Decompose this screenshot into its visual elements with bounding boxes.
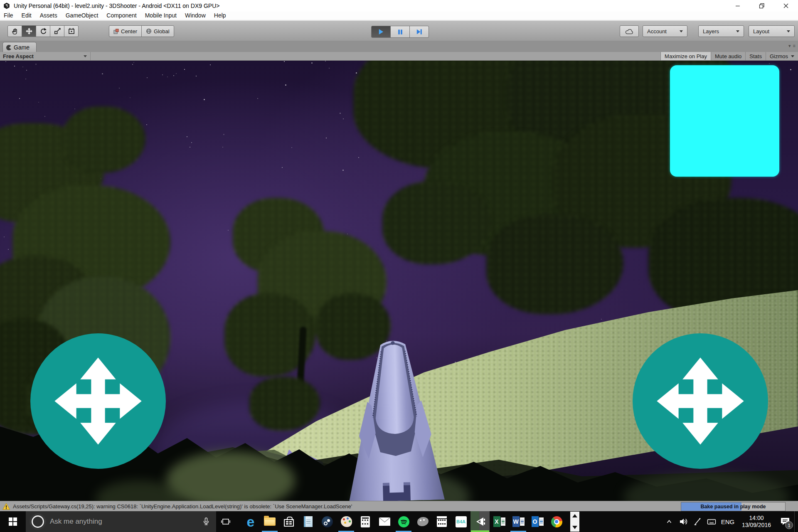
rotate-tool-button[interactable]	[36, 25, 50, 37]
pivot-center-button[interactable]: Center	[109, 25, 142, 37]
menu-help[interactable]: Help	[210, 11, 230, 20]
scale-tool-button[interactable]	[50, 25, 64, 37]
rect-tool-button[interactable]	[64, 25, 79, 37]
calendar-icon	[437, 516, 447, 527]
search-input[interactable]	[49, 517, 201, 526]
tab-game[interactable]: Game	[2, 42, 37, 52]
cloud-services-button[interactable]	[620, 25, 639, 37]
task-view-button[interactable]	[216, 511, 235, 532]
cortana-search-box[interactable]	[26, 511, 216, 532]
star	[228, 230, 229, 231]
start-button[interactable]	[0, 511, 26, 532]
minimize-button[interactable]	[726, 0, 750, 11]
action-center-button[interactable]: 1	[776, 511, 794, 532]
taskbar-outlook[interactable]: O	[528, 511, 547, 532]
menu-assets[interactable]: Assets	[36, 11, 62, 20]
star	[38, 102, 39, 103]
status-bar[interactable]: Assets/Scripts/Gateway.cs(19,25): warnin…	[0, 501, 798, 512]
move-tool-button[interactable]	[22, 25, 36, 37]
center-pivot-icon	[113, 29, 119, 34]
mute-audio-button[interactable]: Mute audio	[711, 52, 745, 60]
taskbar-notepad[interactable]	[298, 511, 318, 532]
hand-tool-button[interactable]	[7, 25, 22, 37]
taskbar-calculator[interactable]	[356, 511, 375, 532]
account-label: Account	[647, 28, 667, 34]
hidden-icons-button[interactable]	[662, 511, 676, 532]
rotate-icon	[39, 27, 47, 35]
layout-dropdown[interactable]: Layout	[749, 25, 795, 37]
menu-component[interactable]: Component	[102, 11, 140, 20]
star	[196, 76, 197, 76]
taskbar-spotify[interactable]	[394, 511, 413, 532]
space-global-button[interactable]: Global	[141, 25, 174, 37]
outlook-icon: O	[532, 516, 544, 527]
show-desktop-button[interactable]	[794, 511, 798, 532]
star	[257, 98, 258, 99]
step-button[interactable]	[409, 26, 429, 38]
star	[26, 70, 27, 71]
menu-bar: File Edit Assets GameObject Component Mo…	[0, 11, 798, 20]
star	[769, 63, 770, 64]
menu-mobile-input[interactable]: Mobile Input	[141, 11, 181, 20]
taskbar-store[interactable]	[279, 511, 298, 532]
stats-button[interactable]: Stats	[745, 52, 766, 60]
microphone-icon[interactable]	[201, 517, 211, 527]
close-button[interactable]	[774, 0, 798, 11]
maximize-on-play-button[interactable]: Maximize on Play	[660, 52, 711, 60]
taskbar-word[interactable]: W	[509, 511, 528, 532]
star	[326, 138, 327, 138]
layers-dropdown[interactable]: Layers	[698, 25, 744, 37]
chevron-down-icon	[680, 30, 683, 32]
dpad-left[interactable]	[30, 333, 166, 469]
volume-button[interactable]	[676, 511, 690, 532]
play-button[interactable]	[371, 26, 391, 38]
system-tray: ENG 14:00 13/09/2016 1	[662, 511, 798, 532]
star	[130, 97, 131, 98]
space-label: Global	[154, 28, 170, 34]
star	[74, 108, 75, 109]
star	[173, 75, 174, 76]
window-title-bar: Unity Personal (64bit) - level2.unity - …	[0, 0, 798, 11]
scroll-down-icon[interactable]	[572, 526, 577, 529]
star	[187, 136, 187, 137]
star	[204, 99, 205, 100]
taskbar-file-explorer[interactable]	[260, 511, 279, 532]
star	[25, 79, 26, 79]
taskbar-chrome[interactable]	[547, 511, 566, 532]
menu-edit[interactable]: Edit	[17, 11, 36, 20]
taskbar-excel[interactable]: X	[490, 511, 509, 532]
game-tab-label: Game	[14, 44, 30, 51]
gizmos-button[interactable]: Gizmos	[766, 52, 798, 60]
touch-keyboard-button[interactable]	[704, 511, 719, 532]
taskbar-scroll-control[interactable]	[570, 512, 579, 532]
hud-minimap	[670, 65, 779, 177]
taskbar-mail[interactable]	[375, 511, 394, 532]
dpad-right[interactable]	[633, 333, 768, 469]
taskbar-unity[interactable]	[470, 511, 490, 532]
game-viewport[interactable]	[0, 61, 798, 501]
clock[interactable]: 14:00 13/09/2016	[737, 515, 776, 529]
panel-menu-icon[interactable]: ▾ ≡	[788, 43, 796, 49]
taskbar-paint[interactable]	[337, 511, 356, 532]
language-indicator[interactable]: ENG	[719, 518, 737, 525]
scroll-up-icon[interactable]	[572, 514, 577, 517]
account-dropdown[interactable]: Account	[643, 25, 687, 37]
star	[184, 69, 185, 70]
aspect-dropdown[interactable]: Free Aspect	[0, 52, 91, 60]
taskbar-gimp[interactable]	[413, 511, 432, 532]
clock-time: 14:00	[737, 515, 776, 522]
editor-toolbar: Center Global	[0, 20, 798, 41]
taskbar-edge[interactable]: e	[241, 511, 260, 532]
pen-settings-button[interactable]	[690, 511, 704, 532]
console-warning-text[interactable]: Assets/Scripts/Gateway.cs(19,25): warnin…	[13, 503, 352, 510]
restore-button[interactable]	[750, 0, 774, 11]
taskbar-b4a[interactable]: B4A	[451, 511, 470, 532]
notepad-icon	[304, 516, 313, 527]
pause-button[interactable]	[390, 26, 410, 38]
chevron-up-icon	[665, 518, 673, 525]
menu-window[interactable]: Window	[181, 11, 210, 20]
menu-file[interactable]: File	[0, 11, 17, 20]
menu-gameobject[interactable]: GameObject	[62, 11, 103, 20]
taskbar-calendar[interactable]	[432, 511, 451, 532]
taskbar-steam[interactable]	[318, 511, 337, 532]
